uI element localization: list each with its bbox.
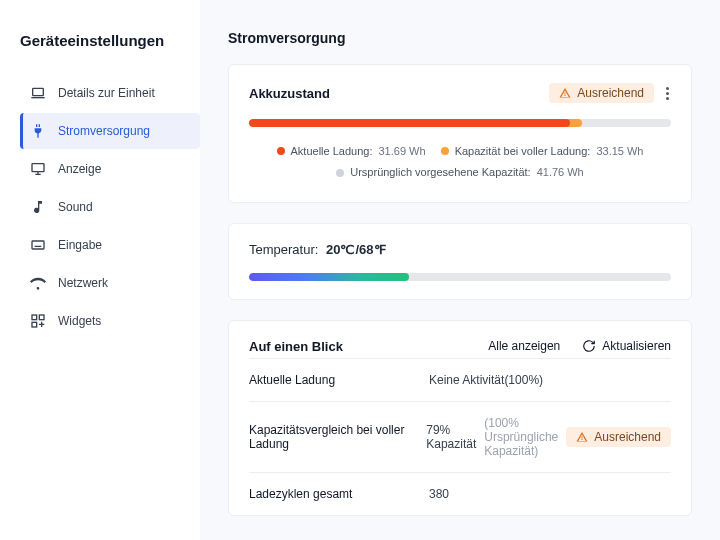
battery-more-button[interactable] bbox=[664, 85, 671, 102]
sidebar-item-display[interactable]: Anzeige bbox=[20, 151, 200, 187]
sidebar-item-widgets[interactable]: Widgets bbox=[20, 303, 200, 339]
temperature-label: Temperatur: bbox=[249, 242, 318, 257]
svg-rect-5 bbox=[32, 322, 37, 327]
battery-title: Akkuzustand bbox=[249, 86, 330, 101]
temperature-card: Temperatur: 20℃/68℉ bbox=[228, 223, 692, 300]
sidebar-item-network[interactable]: Netzwerk bbox=[20, 265, 200, 301]
battery-current-segment bbox=[249, 119, 570, 127]
warning-icon bbox=[576, 431, 588, 443]
keyboard-icon bbox=[30, 237, 46, 253]
refresh-icon bbox=[582, 339, 596, 353]
sidebar-item-power[interactable]: Stromversorgung bbox=[20, 113, 200, 149]
sidebar-item-sound[interactable]: Sound bbox=[20, 189, 200, 225]
monitor-icon bbox=[30, 161, 46, 177]
svg-rect-1 bbox=[32, 164, 44, 172]
glance-row-capacity: Kapazitätsvergleich bei voller Ladung 79… bbox=[249, 401, 671, 472]
sidebar: Geräteeinstellungen Details zur Einheit … bbox=[0, 0, 200, 540]
svg-rect-2 bbox=[32, 241, 44, 249]
sidebar-item-details[interactable]: Details zur Einheit bbox=[20, 75, 200, 111]
sidebar-nav: Details zur Einheit Stromversorgung Anze… bbox=[20, 75, 200, 339]
svg-rect-4 bbox=[39, 315, 44, 320]
temperature-bar bbox=[249, 273, 671, 281]
battery-legend: Aktuelle Ladung: 31.69 Wh Kapazität bei … bbox=[249, 141, 671, 184]
sidebar-item-label: Details zur Einheit bbox=[58, 86, 155, 100]
show-all-button[interactable]: Alle anzeigen bbox=[488, 339, 560, 353]
sidebar-item-label: Eingabe bbox=[58, 238, 102, 252]
sidebar-item-label: Sound bbox=[58, 200, 93, 214]
glance-title: Auf einen Blick bbox=[249, 339, 343, 354]
sidebar-item-input[interactable]: Eingabe bbox=[20, 227, 200, 263]
sidebar-item-label: Anzeige bbox=[58, 162, 101, 176]
widgets-icon bbox=[30, 313, 46, 329]
sidebar-item-label: Netzwerk bbox=[58, 276, 108, 290]
glance-row-cycles: Ladezyklen gesamt 380 bbox=[249, 472, 671, 515]
refresh-button[interactable]: Aktualisieren bbox=[582, 339, 671, 353]
glance-card: Auf einen Blick Alle anzeigen Aktualisie… bbox=[228, 320, 692, 516]
plug-icon bbox=[30, 123, 46, 139]
laptop-icon bbox=[30, 85, 46, 101]
sidebar-title: Geräteeinstellungen bbox=[20, 32, 200, 49]
battery-bar bbox=[249, 119, 671, 127]
sidebar-item-label: Stromversorgung bbox=[58, 124, 150, 138]
page-title: Stromversorgung bbox=[228, 30, 692, 46]
music-icon bbox=[30, 199, 46, 215]
battery-status-badge: Ausreichend bbox=[549, 83, 654, 103]
capacity-status-badge: Ausreichend bbox=[566, 427, 671, 447]
temperature-fill bbox=[249, 273, 409, 281]
svg-rect-3 bbox=[32, 315, 37, 320]
battery-card: Akkuzustand Ausreichend Aktuelle Ladung:… bbox=[228, 64, 692, 203]
main-content: Stromversorgung Akkuzustand Ausreichend … bbox=[200, 0, 720, 540]
wifi-icon bbox=[30, 275, 46, 291]
sidebar-item-label: Widgets bbox=[58, 314, 101, 328]
glance-row-current: Aktuelle Ladung Keine Aktivität(100%) bbox=[249, 358, 671, 401]
warning-icon bbox=[559, 87, 571, 99]
temperature-value: 20℃/68℉ bbox=[326, 242, 386, 257]
svg-rect-0 bbox=[33, 88, 44, 95]
